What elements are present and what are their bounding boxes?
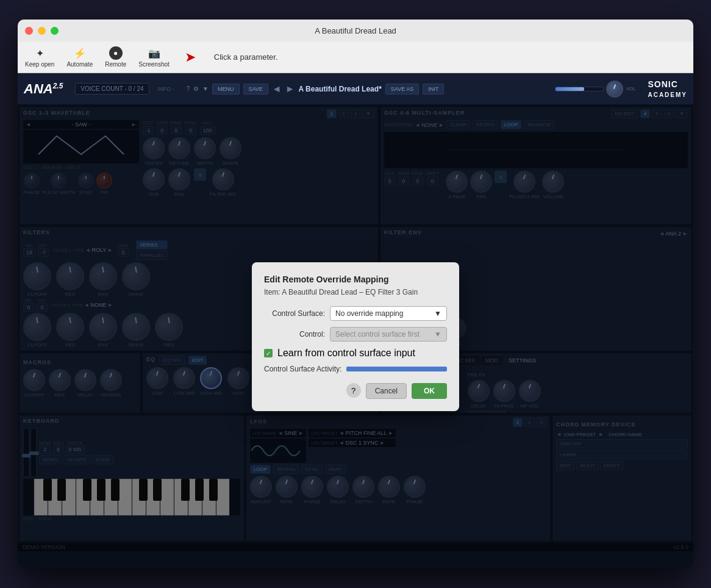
learn-row[interactable]: ✓ Learn from control surface input — [264, 348, 447, 359]
screenshot-icon: 📷 — [148, 46, 161, 60]
window-title: A Beautiful Dread Lead — [315, 26, 396, 35]
learn-label: Learn from control surface input — [277, 348, 415, 359]
toolbar-screenshot[interactable]: 📷 Screenshot — [138, 46, 170, 68]
help-icon[interactable]: ? — [187, 85, 190, 92]
main-window: A Beautiful Dread Lead ✦ Keep open ⚡ Aut… — [18, 20, 693, 568]
maximize-button[interactable] — [51, 27, 59, 35]
cs-label: Control Surface: — [264, 309, 325, 318]
click-instruction: Click a parameter. — [214, 52, 278, 62]
volume-area: VOL — [555, 81, 635, 98]
synth-header: ANA2.5 VOICE COUNT - 0 / 24 INFO - ? ⚙ ▼… — [18, 73, 693, 105]
control-row: Control: Select control surface first ▼ — [264, 327, 447, 342]
voice-count: VOICE COUNT - 0 / 24 — [75, 83, 149, 95]
info-label: INFO - — [158, 86, 174, 92]
prev-patch-icon[interactable]: ◄ — [272, 84, 282, 95]
activity-row: Control Surface Activity: — [264, 365, 447, 373]
cancel-button[interactable]: Cancel — [366, 383, 407, 399]
edit-remote-modal: Edit Remote Override Mapping Item: A Bea… — [252, 262, 459, 411]
cs-value: No override mapping — [335, 309, 403, 318]
save-button[interactable]: SAVE — [243, 84, 268, 95]
learn-checkbox[interactable]: ✓ — [264, 349, 273, 357]
save-as-button[interactable]: SAVE AS — [385, 84, 419, 95]
toolbar-remote[interactable]: ● Remote — [105, 46, 126, 68]
volume-bar — [555, 87, 604, 91]
sonic-logo: SONICACADEMY — [648, 79, 687, 99]
modal-overlay: Edit Remote Override Mapping Item: A Bea… — [18, 105, 693, 568]
control-surface-row: Control Surface: No override mapping ▼ — [264, 306, 447, 321]
ctrl-label: Control: — [264, 330, 325, 339]
settings-icon[interactable]: ⚙ — [193, 85, 199, 92]
ana-version: 2.5 — [53, 81, 63, 90]
control-surface-select[interactable]: No override mapping ▼ — [330, 306, 447, 321]
toolbar: ✦ Keep open ⚡ Automate ● Remote 📷 Screen… — [18, 41, 693, 73]
patch-name: A Beautiful Dread Lead* — [299, 85, 382, 93]
keep-open-icon: ✦ — [33, 46, 46, 60]
modal-buttons: ? Cancel OK — [264, 383, 447, 399]
ctrl-placeholder: Select control surface first — [335, 330, 420, 339]
ana-logo: ANA2.5 — [24, 81, 63, 97]
arrow-icon: ➤ — [185, 49, 196, 65]
ctrl-arrow: ▼ — [434, 330, 441, 339]
expand-icon[interactable]: ▼ — [202, 85, 209, 92]
cs-arrow: ▼ — [434, 309, 441, 318]
window-controls — [25, 27, 59, 35]
modal-title: Edit Remote Override Mapping — [264, 274, 447, 284]
activity-bar — [346, 367, 447, 371]
init-button[interactable]: INIT — [423, 84, 444, 95]
toolbar-keep-open[interactable]: ✦ Keep open — [25, 46, 54, 68]
toolbar-automate[interactable]: ⚡ Automate — [66, 46, 93, 68]
synth-body: ANA2.5 VOICE COUNT - 0 / 24 INFO - ? ⚙ ▼… — [18, 73, 693, 568]
volume-knob[interactable] — [606, 81, 623, 98]
ok-button[interactable]: OK — [412, 383, 447, 399]
synth-menu-area: ? ⚙ ▼ MENU SAVE ◄ ► A Beautiful Dread Le… — [187, 84, 445, 95]
close-button[interactable] — [25, 27, 33, 35]
next-patch-icon[interactable]: ► — [285, 84, 295, 95]
title-bar: A Beautiful Dread Lead — [18, 20, 693, 41]
automate-icon: ⚡ — [73, 46, 87, 60]
synth-content: OSC 1-3 WAVETABLE 1 2 3 ▼ — [18, 105, 693, 568]
control-select: Select control surface first ▼ — [330, 327, 447, 342]
volume-fill — [556, 87, 584, 91]
menu-button[interactable]: MENU — [212, 84, 240, 95]
remote-icon: ● — [109, 46, 123, 60]
activity-label: Control Surface Activity: — [264, 365, 341, 373]
modal-subtitle: Item: A Beautiful Dread Lead – EQ Filter… — [264, 288, 447, 296]
minimize-button[interactable] — [38, 27, 46, 35]
modal-help-btn[interactable]: ? — [346, 383, 361, 398]
vol-label: VOL — [626, 86, 635, 91]
